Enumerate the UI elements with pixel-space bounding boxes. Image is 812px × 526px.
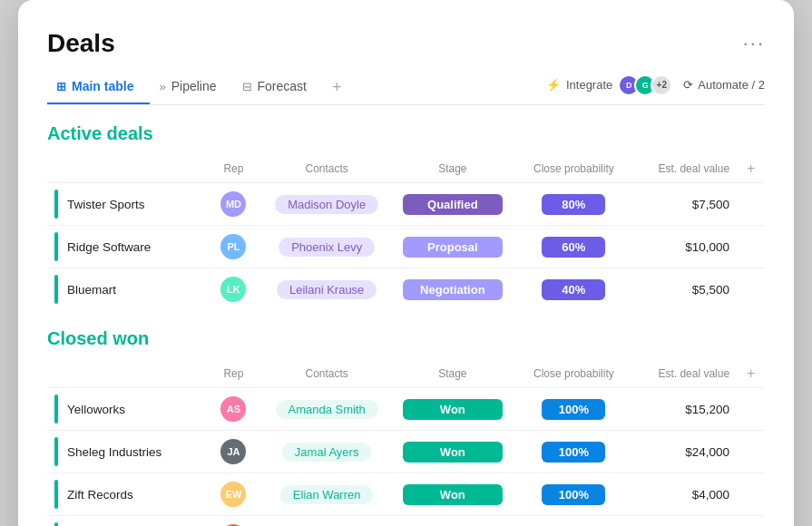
integrate-avatars: D G +2 (618, 74, 672, 96)
contact-cell: Jamal Ayers (261, 431, 392, 473)
closed-won-header: Closed won (47, 328, 765, 358)
contact-pill[interactable]: Madison Doyle (275, 195, 378, 214)
value-cell: $24,000 (634, 431, 737, 473)
col-header-contacts: Contacts (261, 157, 392, 183)
tab-main-table[interactable]: ⊞ Main table (47, 72, 150, 104)
rep-cell: LK (206, 268, 262, 311)
active-deals-header: Active deals (47, 123, 765, 153)
stage-cell: Negotiation (392, 268, 514, 311)
tab-pipeline[interactable]: » Pipeline (150, 72, 232, 104)
contact-pill[interactable]: Jamal Ayers (282, 443, 372, 462)
col-header-prob: Close probability (514, 157, 635, 183)
automate-button[interactable]: ⟳ Automate / 2 (683, 78, 765, 92)
contact-pill[interactable]: Leilani Krause (277, 280, 377, 299)
options-menu-button[interactable]: ··· (743, 32, 765, 55)
section-bar (54, 480, 58, 509)
row-add-cell (737, 183, 765, 226)
won-col-header-rep: Rep (206, 362, 262, 388)
tabs-right: ⚡ Integrate D G +2 ⟳ Automate / 2 (546, 74, 765, 102)
won-col-header-company (47, 362, 206, 388)
col-header-value: Est. deal value (634, 157, 737, 183)
main-table-icon: ⊞ (56, 80, 66, 93)
contact-cell: Leilani Krause (261, 268, 392, 311)
company-name: Ridge Software (67, 240, 151, 254)
company-name: Zift Records (67, 488, 133, 502)
table-row: Ridge SoftwarePLPhoenix LevyProposal60%$… (47, 226, 765, 268)
company-cell: Waissman Gallery (47, 516, 206, 527)
probability-cell: 40% (514, 268, 635, 311)
contact-pill[interactable]: Phoenix Levy (279, 238, 375, 257)
value-cell: $10,000 (634, 226, 737, 268)
header-row: Deals ··· (47, 29, 765, 58)
stage-cell: Qualified (392, 183, 514, 226)
contact-pill[interactable]: Amanda Smith (276, 400, 378, 419)
closed-won-section: Closed won Rep Contacts Stage Close prob… (47, 328, 765, 526)
rep-cell: PL (206, 226, 262, 268)
row-add-cell (737, 226, 765, 268)
rep-avatar: MD (220, 191, 246, 217)
company-cell: Sheleg Industries (47, 431, 206, 473)
row-add-cell (737, 516, 765, 527)
main-window: Deals ··· ⊞ Main table » Pipeline ⊟ Fore… (18, 0, 794, 526)
col-header-add: + (737, 157, 765, 183)
table-row: Waissman GallerySSSam SpillbergWon100%$1… (47, 516, 765, 527)
integrate-button[interactable]: ⚡ Integrate D G +2 (546, 74, 672, 96)
probability-pill: 100% (542, 442, 605, 463)
automate-icon: ⟳ (683, 78, 693, 92)
stage-cell: Proposal (392, 226, 514, 268)
table-row: YelloworksASAmanda SmithWon100%$15,200 (47, 388, 765, 431)
probability-pill: 60% (542, 237, 605, 258)
stage-pill[interactable]: Qualified (403, 194, 503, 215)
value-cell: $15,200 (634, 388, 737, 431)
won-col-header-stage: Stage (392, 362, 514, 388)
section-bar (54, 437, 58, 466)
table-row: BluemartLKLeilani KrauseNegotiation40%$5… (47, 268, 765, 311)
row-add-cell (737, 268, 765, 311)
rep-avatar: AS (220, 396, 246, 422)
company-cell: Twister Sports (47, 183, 206, 226)
active-deals-section: Active deals Rep Contacts Stage Close pr… (47, 123, 765, 310)
contact-pill[interactable]: Elian Warren (280, 485, 374, 504)
won-add-column-button[interactable]: + (747, 365, 755, 381)
probability-pill: 40% (542, 279, 605, 300)
add-tab-button[interactable]: + (323, 71, 351, 104)
stage-pill[interactable]: Won (403, 442, 503, 463)
pipeline-icon: » (159, 80, 165, 93)
tabs-row: ⊞ Main table » Pipeline ⊟ Forecast + ⚡ I… (47, 71, 765, 105)
closed-won-title: Closed won (47, 328, 149, 349)
page-title: Deals (47, 29, 115, 58)
won-deals-body: YelloworksASAmanda SmithWon100%$15,200Sh… (47, 388, 765, 527)
col-header-stage: Stage (392, 157, 514, 183)
probability-pill: 100% (542, 399, 605, 420)
forecast-label: Forecast (258, 79, 307, 93)
probability-pill: 100% (542, 484, 605, 505)
rep-avatar: PL (220, 234, 246, 259)
company-name: Sheleg Industries (67, 445, 161, 459)
stage-pill[interactable]: Proposal (403, 237, 503, 258)
probability-cell: 80% (514, 183, 635, 226)
active-deals-body: Twister SportsMDMadison DoyleQualified80… (47, 183, 765, 311)
won-col-header-prob: Close probability (514, 362, 635, 388)
closed-won-header-row: Rep Contacts Stage Close probability Est… (47, 362, 765, 388)
stage-cell: Won (392, 516, 514, 527)
company-name: Yelloworks (67, 403, 125, 416)
contact-cell: Madison Doyle (261, 183, 392, 226)
stage-pill[interactable]: Negotiation (403, 279, 503, 300)
company-name: Twister Sports (67, 198, 145, 211)
won-col-header-contacts: Contacts (261, 362, 392, 388)
contact-cell: Sam Spillberg (261, 516, 392, 527)
section-bar (54, 232, 58, 261)
rep-avatar: JA (220, 439, 246, 464)
active-deals-header-row: Rep Contacts Stage Close probability Est… (47, 157, 765, 183)
main-table-label: Main table (72, 79, 133, 93)
automate-label: Automate / 2 (698, 78, 765, 92)
won-col-header-add: + (737, 362, 765, 388)
tab-forecast[interactable]: ⊟ Forecast (233, 72, 323, 104)
stage-pill[interactable]: Won (403, 484, 503, 505)
add-column-button[interactable]: + (747, 161, 755, 176)
rep-cell: SS (206, 516, 262, 527)
stage-pill[interactable]: Won (403, 399, 503, 420)
rep-cell: MD (206, 183, 262, 226)
pipeline-label: Pipeline (171, 79, 217, 93)
tabs-left: ⊞ Main table » Pipeline ⊟ Forecast + (47, 71, 351, 104)
